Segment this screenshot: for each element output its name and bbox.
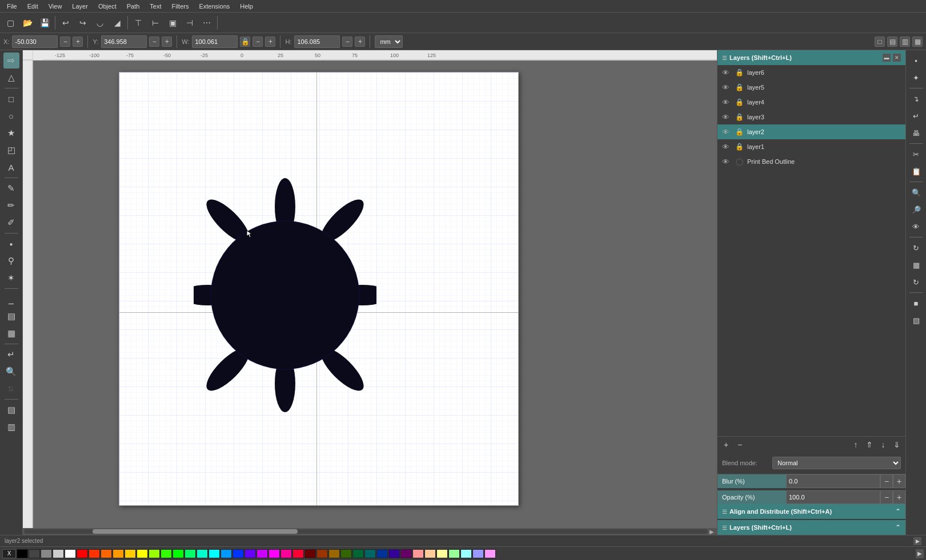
lock-ratio-button[interactable]: 🔒 [240, 37, 250, 47]
bug-shape[interactable] [194, 164, 376, 415]
color-swatch-light-magenta[interactable] [484, 549, 496, 558]
panel-close-button[interactable]: ✕ [893, 54, 901, 62]
color-swatch-dark-green[interactable] [340, 549, 352, 558]
h-input[interactable] [294, 35, 340, 48]
layer4-lock-toggle[interactable]: 🔒 [733, 96, 745, 108]
color-swatch-black[interactable] [17, 549, 28, 558]
print-bed-lock-toggle[interactable]: ◯ [733, 156, 745, 167]
x-plus-button[interactable]: + [73, 37, 83, 47]
color-swatch-darkgray[interactable] [29, 549, 40, 558]
layer-row-layer1[interactable]: 👁 🔒 layer1 [717, 139, 905, 154]
color-swatch-rose[interactable] [280, 549, 292, 558]
y-minus-button[interactable]: − [149, 37, 159, 47]
star-tool[interactable]: ★ [3, 125, 19, 141]
remove-layer-button[interactable]: − [733, 438, 746, 451]
color-swatch-crimson[interactable] [292, 549, 304, 558]
export-button[interactable]: ↴ [908, 91, 924, 107]
align-right-button[interactable]: ⊣ [182, 15, 198, 31]
align-top-button[interactable]: ⊤ [130, 15, 146, 31]
paint-bucket-tool[interactable]: ▪ [3, 236, 19, 252]
layer1-lock-toggle[interactable]: 🔒 [733, 141, 745, 152]
layer-row-layer2[interactable]: 👁 🔒 layer2 [717, 124, 905, 139]
new-button[interactable]: ▢ [2, 15, 18, 31]
layer-row-print-bed[interactable]: 👁 ◯ Print Bed Outline [717, 154, 905, 169]
color-swatch-dark-gold[interactable] [328, 549, 340, 558]
align-left-button[interactable]: ⊢ [147, 15, 163, 31]
x-minus-button[interactable]: − [60, 37, 70, 47]
color-swatch-violet[interactable] [244, 549, 256, 558]
rotate-ccw-button[interactable]: ↻ [908, 274, 924, 290]
menu-filters[interactable]: Filters [167, 2, 194, 11]
mesh-tool[interactable]: ▦ [3, 325, 19, 341]
menu-file[interactable]: File [2, 2, 22, 11]
layer-top-button[interactable]: ⇑ [863, 438, 876, 451]
redo-button[interactable]: ↪ [75, 15, 91, 31]
layer6-lock-toggle[interactable]: 🔒 [733, 67, 745, 78]
layer-down-button[interactable]: ↓ [877, 438, 889, 451]
save-button[interactable]: 💾 [37, 15, 53, 31]
add-layer-button[interactable]: + [720, 438, 732, 451]
layer-bottom-button[interactable]: ⇓ [891, 438, 903, 451]
color-swatch-lightgray[interactable] [53, 549, 64, 558]
snap-btn-4[interactable]: ▦ [912, 37, 923, 47]
menu-edit[interactable]: Edit [23, 2, 43, 11]
eraser-tool[interactable]: ◾ [3, 381, 19, 397]
snap-btn-2[interactable]: ▤ [887, 37, 897, 47]
unit-select[interactable]: mm px cm in pt [375, 35, 403, 48]
color-swatch-gray[interactable] [41, 549, 52, 558]
text-tool[interactable]: A [3, 159, 19, 175]
color-swatch-gold[interactable] [125, 549, 136, 558]
color-swatch-navy[interactable] [376, 549, 388, 558]
color-swatch-lavender[interactable] [472, 549, 484, 558]
y-input[interactable] [101, 35, 147, 48]
zoom-fit-button[interactable]: 👁 [908, 219, 924, 235]
layers-panel2-chevron[interactable]: ⌃ [895, 523, 901, 531]
layer-row-layer4[interactable]: 👁 🔒 layer4 [717, 95, 905, 110]
statusbar-end-button[interactable]: ▶ [913, 537, 921, 545]
smooth-tool[interactable]: ▥ [3, 419, 19, 435]
color-swatch-light-green[interactable] [448, 549, 460, 558]
3d-box-tool[interactable]: ◰ [3, 142, 19, 158]
blur-plus-button[interactable]: + [893, 474, 905, 488]
color-swatch-cyan[interactable] [209, 549, 220, 558]
align-panel-chevron[interactable]: ⌃ [895, 507, 901, 515]
cut-button[interactable]: ✂ [908, 146, 924, 162]
menu-text[interactable]: Text [145, 2, 166, 11]
snap-btn-1[interactable]: □ [875, 37, 885, 47]
opacity-plus-button[interactable]: + [893, 490, 905, 504]
connector-tool[interactable]: ⎯ [3, 291, 19, 307]
color-swatch-magenta[interactable] [268, 549, 280, 558]
ellipse-tool[interactable]: ○ [3, 108, 19, 124]
menu-extensions[interactable]: Extensions [194, 2, 234, 11]
color-swatch-white[interactable] [65, 549, 76, 558]
grid-toggle-button[interactable]: ▦ [908, 257, 924, 273]
layer5-visibility-toggle[interactable]: 👁 [720, 82, 731, 93]
print-bed-visibility-toggle[interactable]: 👁 [720, 156, 731, 167]
calligraphy-tool[interactable]: ✐ [3, 215, 19, 231]
rect-tool[interactable]: □ [3, 91, 19, 107]
layer4-visibility-toggle[interactable]: 👁 [720, 96, 731, 108]
distribute-button[interactable]: ⋯ [199, 15, 215, 31]
layer5-lock-toggle[interactable]: 🔒 [733, 82, 745, 93]
color-swatch-amber[interactable] [113, 549, 124, 558]
rotate-cw-button[interactable]: ↻ [908, 240, 924, 256]
eyedropper-tool[interactable]: ⚲ [3, 253, 19, 269]
pen-tool[interactable]: ✎ [3, 180, 19, 196]
pencil-tool[interactable]: ✏ [3, 198, 19, 213]
gradient-tool[interactable]: ▤ [3, 308, 19, 324]
color-swatch-dark-red[interactable] [304, 549, 316, 558]
color-swatch-dark-cyan[interactable] [364, 549, 376, 558]
node2-tool[interactable]: ▤ [3, 402, 19, 418]
color-swatch-brown[interactable] [316, 549, 328, 558]
w-plus-button[interactable]: + [265, 37, 275, 47]
layer2-lock-toggle[interactable]: 🔒 [733, 126, 745, 138]
paste-button[interactable]: ◢ [109, 15, 125, 31]
color-swatch-forest[interactable] [352, 549, 364, 558]
layer-up-button[interactable]: ↑ [849, 438, 862, 451]
layers-panel-header[interactable]: ☰ Layers (Shift+Ctrl+L) ▬ ✕ [717, 50, 905, 65]
align-distribute-header[interactable]: ☰ Align and Distribute (Shift+Ctrl+A) ⌃ [717, 504, 905, 519]
node-tool[interactable]: △ [3, 70, 19, 86]
layers-panel2-header[interactable]: ☰ Layers (Shift+Ctrl+L) ⌃ [717, 520, 905, 535]
x-input[interactable] [12, 35, 58, 48]
color-swatch-green[interactable] [173, 549, 184, 558]
